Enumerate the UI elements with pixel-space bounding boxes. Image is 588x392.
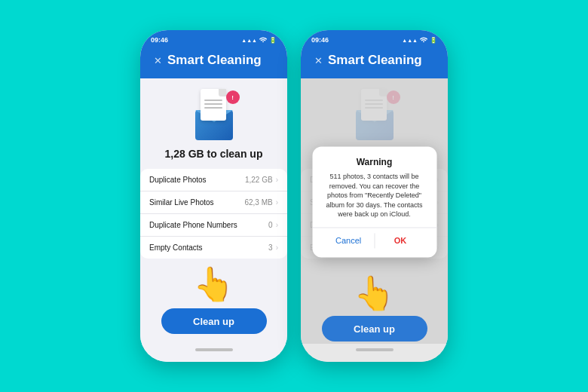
battery-icon-right: 🔋 <box>430 37 437 44</box>
time-left: 09:46 <box>151 36 168 44</box>
storage-text-left: 1,28 GB to clean up <box>165 148 263 160</box>
status-icons-left: ▲▲▲ 🔋 <box>241 36 277 44</box>
phones-container: 09:46 ▲▲▲ 🔋 ✕ Smart Cleaning <box>140 30 448 362</box>
list-item-4-left[interactable]: Empty Contacts 3 › <box>140 237 287 259</box>
item-label-2-left: Similar Live Photos <box>149 198 244 207</box>
item-label-3-left: Duplicate Phone Numbers <box>149 221 268 229</box>
header-left: ✕ Smart Cleaning <box>140 48 287 78</box>
ok-button[interactable]: OK <box>375 237 426 246</box>
doc-line-2 <box>204 103 222 105</box>
time-right: 09:46 <box>311 36 329 44</box>
status-icons-right: ▲▲▲ 🔋 <box>402 36 437 44</box>
doc-line-1 <box>204 100 222 101</box>
signal-icon-right: ▲▲▲ <box>402 38 418 43</box>
notification-badge: ! <box>226 90 240 104</box>
item-label-1-left: Duplicate Photos <box>149 176 245 184</box>
item-value-1-left: 1,22 GB <box>245 176 273 184</box>
phone-left: 09:46 ▲▲▲ 🔋 ✕ Smart Cleaning <box>140 30 287 362</box>
doc-lines <box>204 100 222 111</box>
item-value-4-left: 3 <box>268 243 273 252</box>
status-bar-right: 09:46 ▲▲▲ 🔋 <box>301 30 448 48</box>
list-left: Duplicate Photos 1,22 GB › Similar Live … <box>140 169 287 259</box>
home-indicator-left <box>195 348 233 351</box>
wifi-icon-right <box>420 36 427 44</box>
body-left: ! 1,28 GB to clean up Duplicate Photos 1… <box>140 78 287 344</box>
item-label-4-left: Empty Contacts <box>149 243 268 252</box>
warning-title: Warning <box>323 157 426 167</box>
close-button-right[interactable]: ✕ <box>311 54 325 67</box>
list-item-3-left[interactable]: Duplicate Phone Numbers 0 › <box>140 214 287 237</box>
title-left: Smart Cleaning <box>167 53 262 68</box>
doc-line-3 <box>204 107 222 109</box>
item-value-3-left: 0 <box>268 221 273 229</box>
home-indicator-right <box>356 348 394 351</box>
chevron-2-left: › <box>276 198 278 207</box>
battery-icon: 🔋 <box>269 37 277 44</box>
phone-right: 09:46 ▲▲▲ 🔋 ✕ Smart Cleaning <box>301 30 448 362</box>
warning-dialog: Warning 511 photos, 3 contacts will be r… <box>312 146 436 257</box>
header-right: ✕ Smart Cleaning <box>301 48 448 78</box>
app-icon-left: ! <box>188 89 240 140</box>
cancel-button[interactable]: Cancel <box>323 237 374 246</box>
hand-cursor-right: 👆 <box>354 274 395 313</box>
clean-button-left[interactable]: Clean up <box>161 308 267 334</box>
hand-cursor-left: 👆 <box>193 265 234 304</box>
clean-button-right[interactable]: Clean up <box>322 316 427 341</box>
status-bar-left: 09:46 ▲▲▲ 🔋 <box>140 30 287 48</box>
dialog-buttons: Cancel OK <box>323 228 426 249</box>
close-button-left[interactable]: ✕ <box>151 54 164 67</box>
chevron-1-left: › <box>276 176 278 184</box>
item-value-2-left: 62,3 MB <box>244 198 272 207</box>
signal-icon: ▲▲▲ <box>241 38 257 43</box>
list-item-1-left[interactable]: Duplicate Photos 1,22 GB › <box>140 169 287 191</box>
chevron-3-left: › <box>276 221 278 229</box>
title-right: Smart Cleaning <box>328 53 422 68</box>
phone-bottom-left <box>140 344 287 362</box>
wifi-icon <box>259 36 267 44</box>
warning-text: 511 photos, 3 contacts will be removed. … <box>323 172 426 219</box>
body-right: ! 1,28 GB to clean up Dupl... › Simil...… <box>301 78 448 344</box>
phone-bottom-right <box>301 344 448 362</box>
doc-icon <box>201 89 226 121</box>
chevron-4-left: › <box>276 243 278 252</box>
list-item-2-left[interactable]: Similar Live Photos 62,3 MB › <box>140 191 287 214</box>
